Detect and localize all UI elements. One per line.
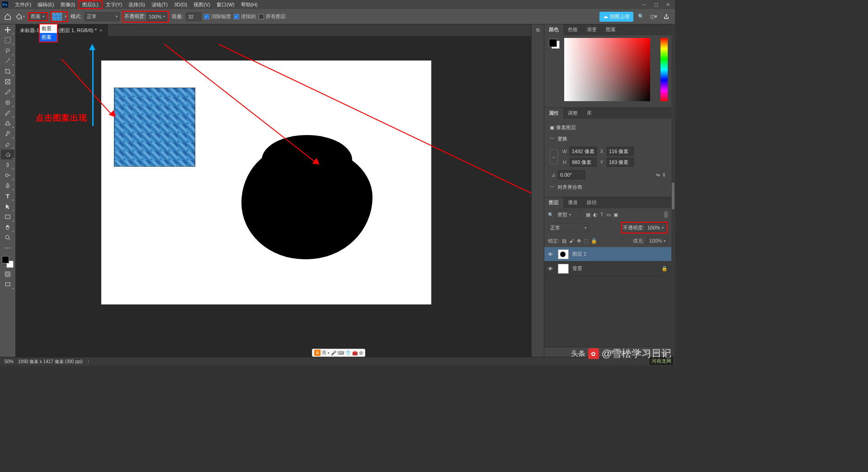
menu-layer[interactable]: 图层(L) — [78, 0, 102, 9]
hand-tool[interactable] — [1, 222, 14, 232]
history-brush-tool[interactable] — [1, 129, 14, 139]
layer-row[interactable]: 👁 背景 🔒 — [544, 262, 671, 276]
tab-patterns[interactable]: 图案 — [601, 24, 620, 35]
height-input[interactable] — [570, 158, 597, 167]
close-icon[interactable]: ✕ — [662, 1, 673, 8]
dodge-tool[interactable] — [1, 170, 14, 180]
marquee-tool[interactable] — [1, 35, 14, 45]
filter-toggle[interactable] — [664, 211, 668, 218]
menu-edit[interactable]: 编辑(E) — [34, 1, 57, 8]
move-tool[interactable] — [1, 25, 14, 35]
ime-toolbar[interactable]: S 英 •🎤 ⌨ 👕 🧰 ⚙ — [312, 349, 365, 357]
ime-keyboard-icon[interactable]: ⌨ — [338, 350, 344, 355]
path-select-tool[interactable] — [1, 201, 14, 211]
filter-search-icon[interactable]: 🔍 — [548, 212, 553, 217]
tab-gradients[interactable]: 渐变 — [582, 24, 601, 35]
transform-header[interactable]: ﹀变换 — [550, 133, 666, 145]
heal-tool[interactable] — [1, 98, 14, 107]
tab-libraries[interactable]: 库 — [582, 108, 596, 119]
flip-v-icon[interactable]: ⥮ — [662, 172, 666, 178]
filter-type-dropdown[interactable]: 类型▾ — [555, 210, 581, 219]
layer-name[interactable]: 图层 1 — [572, 251, 586, 257]
bucket-tool[interactable] — [1, 150, 14, 159]
bucket-tool-icon[interactable]: ▾ — [14, 11, 25, 22]
maximize-icon[interactable]: ◻ — [651, 1, 661, 8]
lock-all-icon[interactable]: 🔒 — [591, 238, 597, 244]
tab-channels[interactable]: 通道 — [563, 197, 582, 208]
upload-button[interactable]: ☁拍照上传 — [599, 12, 633, 22]
pen-tool[interactable] — [1, 181, 14, 191]
minimize-icon[interactable]: ─ — [639, 1, 650, 8]
fill-option-foreground[interactable]: 前景 — [40, 24, 57, 33]
lock-artboard-icon[interactable]: ⬚ — [584, 238, 588, 244]
filter-type-icon[interactable]: T — [600, 212, 604, 218]
contiguous-checkbox[interactable]: ✓连续的 — [234, 13, 256, 20]
opacity-input[interactable]: 100%▾ — [146, 12, 167, 21]
ime-mic-icon[interactable]: 🎤 — [331, 350, 336, 355]
screenmode-icon[interactable] — [1, 280, 14, 290]
filter-image-icon[interactable]: ▦ — [586, 212, 590, 218]
menu-select[interactable]: 选择(S) — [125, 1, 148, 8]
blend-mode-layers[interactable]: 正常▾ — [548, 223, 589, 232]
lock-position-icon[interactable]: ✥ — [577, 238, 581, 244]
menu-type[interactable]: 文字(Y) — [103, 1, 126, 8]
color-field[interactable] — [564, 38, 650, 101]
visibility-icon[interactable]: 👁 — [548, 266, 554, 271]
align-header[interactable]: ﹀对齐并分布 — [550, 181, 666, 193]
menu-3d[interactable]: 3D(D) — [171, 2, 190, 7]
filter-shape-icon[interactable]: ▭ — [606, 212, 611, 218]
panel-scrollbar[interactable] — [671, 24, 675, 357]
tab-properties[interactable]: 属性 — [544, 108, 563, 119]
eyedropper-tool[interactable] — [1, 87, 14, 97]
fill-option-pattern[interactable]: 图案 — [40, 33, 57, 42]
workspace-icon[interactable]: ◫▾ — [649, 12, 659, 22]
menu-help[interactable]: 帮助(H) — [238, 1, 261, 8]
blend-mode-dropdown[interactable]: 正常▾ — [85, 12, 120, 21]
status-arrow-icon[interactable]: 〉 — [87, 359, 92, 365]
color-swatches[interactable] — [1, 255, 14, 269]
menu-window[interactable]: 窗口(W) — [213, 1, 238, 8]
menu-filter[interactable]: 滤镜(T) — [148, 1, 171, 8]
filter-smart-icon[interactable]: ▣ — [613, 212, 618, 218]
frame-tool[interactable] — [1, 77, 14, 87]
share-icon[interactable] — [661, 12, 671, 22]
tolerance-input[interactable]: 32 — [186, 12, 201, 21]
ime-skin-icon[interactable]: 👕 — [345, 350, 351, 355]
angle-input[interactable] — [558, 170, 585, 179]
lock-pixels-icon[interactable]: ▨ — [562, 238, 566, 244]
lasso-tool[interactable] — [1, 46, 14, 56]
fill-source-dropdown[interactable]: 图案▾ — [28, 12, 48, 21]
ime-toolbox-icon[interactable]: 🧰 — [352, 350, 358, 355]
document-tab[interactable]: 未标题-1 @ 50% (图层 1, RGB/8) *× — [15, 24, 108, 36]
y-input[interactable] — [607, 158, 634, 167]
tab-paths[interactable]: 路径 — [582, 197, 601, 208]
filter-adjust-icon[interactable]: ◐ — [593, 212, 598, 218]
tab-close-icon[interactable]: × — [99, 28, 102, 33]
quickmask-icon[interactable] — [1, 269, 14, 279]
lock-paint-icon[interactable]: 🖌 — [569, 238, 574, 244]
pattern-picker[interactable]: ▾ — [51, 11, 68, 22]
home-icon[interactable] — [4, 13, 12, 21]
history-panel-icon[interactable]: ⧉ — [536, 27, 540, 33]
link-wh-icon[interactable]: ⟐ — [550, 149, 558, 164]
layer-name[interactable]: 背景 — [572, 265, 582, 272]
search-icon[interactable]: 🔍 — [636, 12, 646, 22]
stamp-tool[interactable] — [1, 118, 14, 128]
tab-swatches[interactable]: 色板 — [563, 24, 582, 35]
ime-settings-icon[interactable]: ⚙ — [359, 350, 363, 355]
layer-row[interactable]: 👁 图层 1 — [544, 247, 671, 262]
brush-tool[interactable] — [1, 108, 14, 118]
color-panel-swatches[interactable] — [548, 38, 561, 50]
wand-tool[interactable] — [1, 56, 14, 66]
menu-view[interactable]: 视图(V) — [190, 1, 213, 8]
ime-lang[interactable]: 英 — [322, 350, 326, 356]
tab-adjustments[interactable]: 调整 — [563, 108, 582, 119]
all-layers-checkbox[interactable]: 所有图层 — [259, 13, 286, 20]
crop-tool[interactable] — [1, 66, 14, 76]
blur-tool[interactable] — [1, 160, 14, 170]
antialias-checkbox[interactable]: ✓消除锯齿 — [204, 13, 231, 20]
layer-fill-input[interactable]: 100%▾ — [647, 236, 668, 245]
layer-opacity-input[interactable]: 100%▾ — [645, 223, 666, 232]
shape-tool[interactable] — [1, 212, 14, 222]
tab-color[interactable]: 颜色 — [544, 24, 563, 35]
